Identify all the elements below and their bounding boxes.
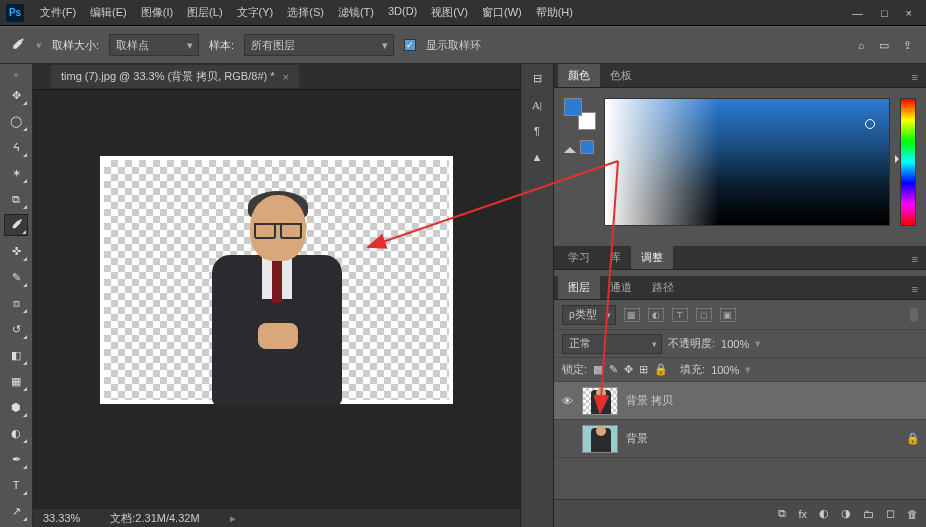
color-field[interactable] xyxy=(604,98,890,226)
tab-adjust[interactable]: 调整 xyxy=(631,246,673,269)
close-icon[interactable]: × xyxy=(906,7,912,19)
menu-3d[interactable]: 3D(D) xyxy=(382,2,423,23)
menu-image[interactable]: 图像(I) xyxy=(135,2,179,23)
menu-select[interactable]: 选择(S) xyxy=(281,2,330,23)
sample-select[interactable]: 所有图层 xyxy=(244,34,394,56)
heal-tool[interactable]: ✜ xyxy=(4,240,28,262)
share-icon[interactable]: ⇪ xyxy=(903,39,912,52)
link-layers-icon[interactable]: ⧉ xyxy=(778,507,786,520)
lock-icon[interactable]: 🔒 xyxy=(906,432,920,445)
canvas[interactable] xyxy=(104,160,449,400)
tab-channels[interactable]: 通道 xyxy=(600,276,642,299)
dodge-tool[interactable]: ◐ xyxy=(4,422,28,444)
menu-file[interactable]: 文件(F) xyxy=(34,2,82,23)
pen-tool[interactable]: ✒ xyxy=(4,448,28,470)
menu-edit[interactable]: 编辑(E) xyxy=(84,2,133,23)
lasso-tool[interactable]: ᔦ xyxy=(4,136,28,158)
panel-menu-icon[interactable]: ≡ xyxy=(904,67,926,87)
new-layer-icon[interactable]: ◻ xyxy=(886,507,895,520)
lock-brush-icon[interactable]: ✎ xyxy=(609,363,618,376)
hue-slider[interactable] xyxy=(900,98,916,226)
crop-tool[interactable]: ⧉ xyxy=(4,188,28,210)
type-tool[interactable]: T xyxy=(4,474,28,496)
tool-preset-icon[interactable] xyxy=(8,36,26,54)
tab-layers[interactable]: 图层 xyxy=(558,276,600,299)
adjustment-icon[interactable]: ◑ xyxy=(841,507,851,520)
collapsed-panel-strip: ⊟ A| ¶ ▲ xyxy=(520,64,554,527)
lock-all-icon[interactable]: 🔒 xyxy=(654,363,668,376)
panel-menu-icon[interactable]: ≡ xyxy=(904,279,926,299)
menu-type[interactable]: 文字(Y) xyxy=(231,2,280,23)
history-brush-tool[interactable]: ↺ xyxy=(4,318,28,340)
fg-bg-swatch[interactable] xyxy=(564,98,588,122)
foreground-swatch[interactable] xyxy=(564,98,582,116)
tab-library[interactable]: 库 xyxy=(600,246,631,269)
filter-type-icon[interactable]: T xyxy=(672,308,688,322)
document-tab[interactable]: timg (7).jpg @ 33.3% (背景 拷贝, RGB/8#) * × xyxy=(51,65,299,88)
layer-thumbnail[interactable] xyxy=(582,425,618,453)
tab-swatches[interactable]: 色板 xyxy=(600,64,642,87)
filter-shape-icon[interactable]: ◻ xyxy=(696,308,712,322)
history-panel-icon[interactable]: ⊟ xyxy=(533,72,542,85)
marquee-tool[interactable]: ◯ xyxy=(4,110,28,132)
menu-help[interactable]: 帮助(H) xyxy=(530,2,579,23)
tab-close-icon[interactable]: × xyxy=(283,71,289,83)
brush-tool[interactable]: ✎ xyxy=(4,266,28,288)
layer-name[interactable]: 背景 拷贝 xyxy=(626,393,673,408)
sample-size-select[interactable]: 取样点 xyxy=(109,34,199,56)
delete-layer-icon[interactable]: 🗑 xyxy=(907,508,918,520)
path-tool[interactable]: ↗ xyxy=(4,500,28,522)
lock-artboard-icon[interactable]: ⊞ xyxy=(639,363,648,376)
doc-info[interactable]: 文档:2.31M/4.32M xyxy=(110,511,199,526)
visibility-icon[interactable]: 👁 xyxy=(560,395,574,407)
opacity-label: 不透明度: xyxy=(668,336,715,351)
paragraph-panel-icon[interactable]: ¶ xyxy=(534,125,540,137)
menu-filter[interactable]: 滤镜(T) xyxy=(332,2,380,23)
layer-row[interactable]: 👁 背景 拷贝 xyxy=(554,382,926,420)
layers-panel-tabs: 图层 通道 路径 ≡ xyxy=(554,276,926,300)
blend-mode-select[interactable]: 正常 xyxy=(562,334,662,354)
tab-color[interactable]: 颜色 xyxy=(558,64,600,87)
layer-filter-row: ρ 类型 ▩ ◐ T ◻ ▣ xyxy=(554,300,926,330)
layer-thumbnail[interactable] xyxy=(582,387,618,415)
fill-value[interactable]: 100% xyxy=(711,364,739,376)
filter-image-icon[interactable]: ▩ xyxy=(624,308,640,322)
minimize-icon[interactable]: — xyxy=(852,7,863,19)
maximize-icon[interactable]: □ xyxy=(881,7,888,19)
stamp-tool[interactable]: ⧈ xyxy=(4,292,28,314)
lock-pixels-icon[interactable]: ▩ xyxy=(593,363,603,376)
eyedropper-tool[interactable] xyxy=(4,214,28,236)
move-tool[interactable]: ✥ xyxy=(4,84,28,106)
layer-filter-select[interactable]: ρ 类型 xyxy=(562,305,616,325)
color-panel xyxy=(554,88,926,246)
menu-layer[interactable]: 图层(L) xyxy=(181,2,228,23)
canvas-image xyxy=(202,189,352,404)
filter-smart-icon[interactable]: ▣ xyxy=(720,308,736,322)
gradient-tool[interactable]: ▦ xyxy=(4,370,28,392)
show-ring-checkbox[interactable]: ✓ xyxy=(404,39,416,51)
eraser-tool[interactable]: ◧ xyxy=(4,344,28,366)
character-panel-icon[interactable]: A| xyxy=(532,99,542,111)
menu-view[interactable]: 视图(V) xyxy=(425,2,474,23)
tab-learn[interactable]: 学习 xyxy=(558,246,600,269)
workspace-icon[interactable]: ▭ xyxy=(879,39,889,52)
opacity-value[interactable]: 100% xyxy=(721,338,749,350)
layer-name[interactable]: 背景 xyxy=(626,431,648,446)
tab-paths[interactable]: 路径 xyxy=(642,276,684,299)
menu-window[interactable]: 窗口(W) xyxy=(476,2,528,23)
filter-adjust-icon[interactable]: ◐ xyxy=(648,308,664,322)
fx-icon[interactable]: fx xyxy=(798,508,807,520)
blur-tool[interactable]: ⬢ xyxy=(4,396,28,418)
zoom-level[interactable]: 33.33% xyxy=(43,512,80,524)
swatches-panel-icon[interactable]: ▲ xyxy=(532,151,543,163)
lock-position-icon[interactable]: ✥ xyxy=(624,363,633,376)
layer-row[interactable]: 背景 🔒 xyxy=(554,420,926,458)
document-tab-bar: timg (7).jpg @ 33.3% (背景 拷贝, RGB/8#) * × xyxy=(33,64,520,90)
mask-icon[interactable]: ◐ xyxy=(819,507,829,520)
panel-menu-icon[interactable]: ≡ xyxy=(904,249,926,269)
current-color-swatch[interactable] xyxy=(580,140,594,154)
wand-tool[interactable]: ✶ xyxy=(4,162,28,184)
filter-toggle[interactable] xyxy=(910,308,918,322)
search-icon[interactable]: ⌕ xyxy=(858,39,865,52)
group-icon[interactable]: 🗀 xyxy=(863,508,874,520)
